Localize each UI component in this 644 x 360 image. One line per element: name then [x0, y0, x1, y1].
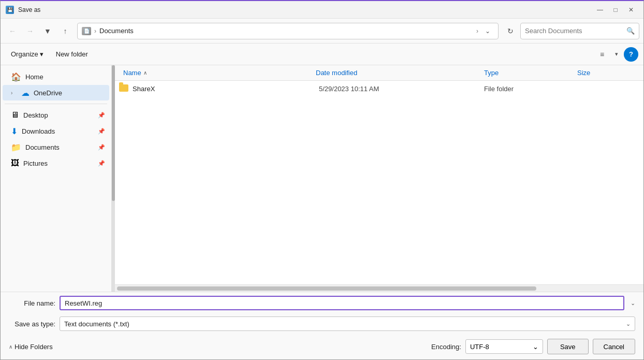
sidebar-scrollbar[interactable] — [112, 65, 115, 292]
file-name-row: File name: ⌄ — [1, 292, 643, 314]
search-bar[interactable]: 🔍 — [520, 23, 639, 39]
search-input[interactable] — [525, 27, 624, 35]
hide-folders-icon: ∧ — [9, 344, 12, 350]
pin-icon-documents: 📌 — [98, 144, 105, 151]
new-folder-button[interactable]: New folder — [51, 47, 93, 62]
folder-icon — [119, 83, 128, 94]
close-button[interactable]: ✕ — [624, 4, 638, 16]
recent-locations-button[interactable]: ▼ — [40, 23, 55, 39]
hide-folders-area: ∧ Hide Folders — [9, 338, 427, 355]
search-icon: 🔍 — [626, 27, 635, 35]
address-bar[interactable]: 📄 › Documents › ⌄ — [77, 23, 499, 39]
sidebar-item-documents[interactable]: 📁 Documents 📌 — [3, 139, 109, 155]
sidebar-item-pictures[interactable]: 🖼 Pictures 📌 — [3, 155, 109, 171]
window-title: Save as — [18, 6, 593, 13]
secondary-toolbar: Organize ▾ New folder ≡ ▾ ? — [1, 44, 643, 65]
sidebar-divider-1 — [5, 104, 107, 104]
save-type-dropdown-icon: ⌄ — [626, 321, 631, 327]
sidebar-item-downloads[interactable]: ⬇ Downloads 📌 — [3, 123, 109, 139]
help-button[interactable]: ? — [624, 47, 638, 62]
view-toggle-button[interactable]: ≡ — [595, 47, 609, 62]
sort-arrow-name: ∧ — [143, 70, 147, 76]
address-dropdown-button[interactable]: ⌄ — [481, 24, 494, 38]
col-header-size[interactable]: Size — [577, 69, 639, 77]
table-row[interactable]: ShareX 5/29/2023 10:11 AM File folder — [115, 81, 643, 97]
desktop-icon: 🖥 — [11, 110, 19, 120]
breadcrumb-separator-2: › — [476, 27, 478, 35]
col-header-type[interactable]: Type — [484, 69, 577, 77]
encoding-dropdown-icon: ⌄ — [533, 343, 538, 351]
window-icon: 💾 — [6, 6, 14, 14]
file-name-dropdown-icon[interactable]: ⌄ — [631, 300, 635, 307]
save-as-type-label: Save as type: — [9, 320, 55, 328]
encoding-select[interactable]: UTF-8 ⌄ — [465, 339, 543, 354]
save-as-dialog: 💾 Save as — □ ✕ ← → ▼ ↑ 📄 › Documents › … — [0, 0, 644, 360]
pin-icon-downloads: 📌 — [98, 128, 105, 135]
sidebar-item-onedrive[interactable]: › ☁ OneDrive — [3, 85, 109, 100]
file-panel: Name ∧ Date modified Type Size — [115, 65, 643, 292]
col-header-name[interactable]: Name ∧ — [119, 69, 316, 77]
column-header-row: Name ∧ Date modified Type Size — [115, 65, 643, 81]
breadcrumb-separator-1: › — [94, 27, 96, 35]
home-icon: 🏠 — [11, 72, 21, 82]
pin-icon-pictures: 📌 — [98, 160, 105, 167]
file-name-label: File name: — [9, 299, 55, 307]
minimize-button[interactable]: — — [593, 4, 607, 16]
hide-folders-button[interactable]: Hide Folders — [14, 343, 53, 351]
organize-dropdown-icon: ▾ — [40, 50, 43, 58]
onedrive-icon: ☁ — [21, 88, 30, 98]
forward-button[interactable]: → — [22, 23, 38, 39]
bottom-bar: File name: ⌄ Save as type: Text document… — [1, 292, 643, 359]
navigation-toolbar: ← → ▼ ↑ 📄 › Documents › ⌄ ↻ 🔍 — [1, 19, 643, 44]
back-button[interactable]: ← — [5, 23, 20, 39]
documents-icon: 📁 — [11, 142, 21, 152]
breadcrumb-location: Documents — [99, 27, 473, 35]
sidebar-scrollbar-thumb[interactable] — [112, 65, 115, 201]
file-name-input[interactable] — [60, 296, 624, 310]
title-bar: 💾 Save as — □ ✕ — [1, 1, 643, 19]
pictures-icon: 🖼 — [11, 159, 19, 168]
file-list: ShareX 5/29/2023 10:11 AM File folder — [115, 81, 643, 284]
encoding-label: Encoding: — [431, 343, 461, 351]
title-bar-controls: — □ ✕ — [593, 4, 638, 16]
encoding-row: ∧ Hide Folders Encoding: UTF-8 ⌄ Save Ca… — [1, 334, 643, 359]
organize-button[interactable]: Organize ▾ — [6, 47, 49, 62]
save-as-type-select[interactable]: Text documents (*.txt) ⌄ — [60, 316, 635, 331]
refresh-button[interactable]: ↻ — [503, 23, 518, 39]
horizontal-scrollbar-thumb[interactable] — [117, 286, 536, 291]
main-area: 🏠 Home › ☁ OneDrive 🖥 Desktop 📌 ⬇ Downlo… — [1, 65, 643, 292]
save-as-type-row: Save as type: Text documents (*.txt) ⌄ — [1, 314, 643, 334]
cancel-button[interactable]: Cancel — [593, 339, 635, 354]
up-button[interactable]: ↑ — [57, 23, 73, 39]
view-dropdown-button[interactable]: ▾ — [611, 47, 622, 62]
sidebar-item-home[interactable]: 🏠 Home — [3, 69, 109, 84]
location-icon: 📄 — [82, 27, 91, 35]
sidebar-item-desktop[interactable]: 🖥 Desktop 📌 — [3, 107, 109, 123]
encoding-value: UTF-8 — [470, 343, 489, 351]
maximize-button[interactable]: □ — [608, 4, 623, 16]
col-header-date[interactable]: Date modified — [316, 69, 484, 77]
downloads-icon: ⬇ — [11, 126, 18, 136]
save-button[interactable]: Save — [547, 339, 589, 354]
sidebar: 🏠 Home › ☁ OneDrive 🖥 Desktop 📌 ⬇ Downlo… — [1, 65, 112, 292]
pin-icon-desktop: 📌 — [98, 112, 105, 119]
horizontal-scrollbar[interactable] — [115, 284, 643, 292]
expand-icon: › — [11, 90, 17, 96]
